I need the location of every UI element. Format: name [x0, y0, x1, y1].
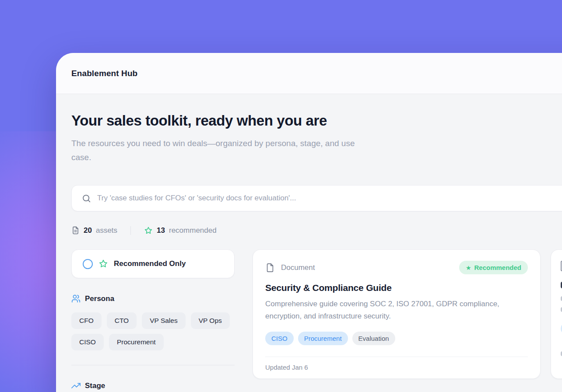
- recommended-only-label: Recommended Only: [114, 259, 186, 268]
- star-filled-icon: ★: [466, 265, 471, 271]
- persona-chip-cfo[interactable]: CFO: [71, 312, 102, 329]
- filter-sidebar: Recommended Only Persona CFO: [71, 249, 235, 390]
- card-description: Comprehensive guide covering SOC 2, ISO …: [265, 298, 523, 322]
- asset-card-security-compliance-guide[interactable]: Document ★ Recommended Security & Compli…: [253, 249, 541, 379]
- stats-divider: [130, 226, 131, 235]
- persona-chip-vp-sales[interactable]: VP Sales: [142, 312, 185, 329]
- assets-count-label: assets: [96, 226, 117, 235]
- persona-chip-ciso[interactable]: CISO: [71, 334, 104, 350]
- search-input[interactable]: [97, 186, 562, 211]
- sidebar-divider: [71, 365, 235, 365]
- users-icon: [71, 294, 81, 303]
- persona-chip-list: CFO CTO VP Sales VP Ops CISO Procurement: [71, 312, 235, 350]
- search-icon: [82, 194, 91, 203]
- card-header: Document ★ Recommended: [265, 261, 528, 274]
- stats-row: 20 assets 13 recommended: [71, 226, 562, 235]
- recommended-count-value: 13: [157, 226, 165, 235]
- app-header: Enablement Hub: [56, 53, 562, 94]
- trending-up-icon: [71, 381, 81, 390]
- file-icon: [265, 262, 275, 273]
- recommended-count-label: recommended: [169, 226, 217, 235]
- persona-chip-procurement[interactable]: Procurement: [109, 334, 164, 350]
- recommended-count: 13 recommended: [144, 226, 217, 235]
- main-content: Your sales toolkit, ready when you are T…: [56, 94, 562, 390]
- recommended-only-toggle[interactable]: Recommended Only: [71, 249, 235, 278]
- persona-section-label: Persona: [85, 294, 114, 303]
- file-text-icon: [71, 226, 80, 235]
- persona-section-header: Persona: [71, 294, 235, 303]
- card-type: Document: [265, 262, 315, 273]
- app-title: Enablement Hub: [71, 69, 137, 78]
- recommended-badge-label: Recommended: [474, 264, 521, 271]
- stage-section-label: Stage: [85, 382, 105, 390]
- radio-circle-icon[interactable]: [83, 259, 93, 269]
- star-icon: [98, 259, 108, 269]
- card-updated-date: Updated Jan 6: [265, 357, 528, 380]
- assets-count-value: 20: [84, 226, 92, 235]
- recommended-badge: ★ Recommended: [459, 261, 528, 274]
- content-row: Recommended Only Persona CFO: [71, 249, 562, 390]
- card-tag-list: CISO Procurement Evaluation: [265, 332, 528, 345]
- app-window: Enablement Hub Your sales toolkit, ready…: [56, 53, 562, 392]
- persona-chip-cto[interactable]: CTO: [107, 312, 137, 329]
- tag-procurement[interactable]: Procurement: [298, 332, 348, 345]
- assets-count: 20 assets: [71, 226, 117, 235]
- card-type-label: Document: [281, 263, 315, 272]
- star-icon: [144, 226, 153, 235]
- asset-card-grid: Document ★ Recommended Security & Compli…: [253, 249, 562, 379]
- page-title: Your sales toolkit, ready when you are: [71, 112, 562, 129]
- page-subtitle: The resources you need to win deals—orga…: [71, 136, 373, 164]
- tag-ciso[interactable]: CISO: [265, 332, 294, 345]
- tag-evaluation[interactable]: Evaluation: [352, 332, 395, 345]
- persona-chip-vp-ops[interactable]: VP Ops: [191, 312, 230, 329]
- search-bar[interactable]: [71, 185, 562, 211]
- asset-card-partial[interactable]: [551, 249, 562, 379]
- stage-section-header: Stage: [71, 381, 235, 390]
- card-title: Security & Compliance Guide: [265, 283, 528, 293]
